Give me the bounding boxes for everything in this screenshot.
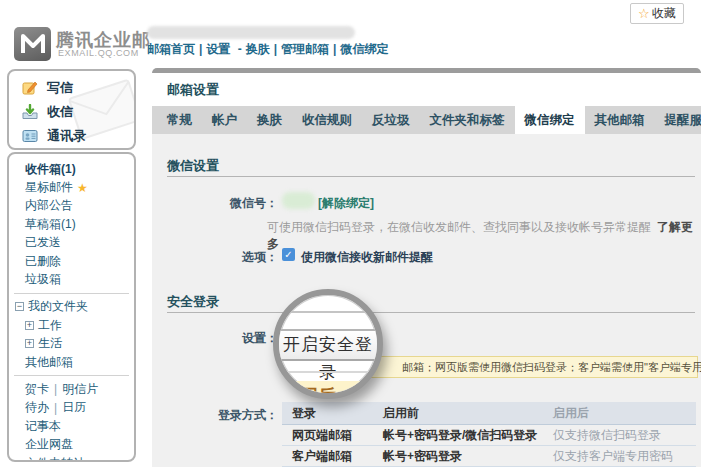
folder-starred[interactable]: 星标邮件★ xyxy=(9,178,134,196)
link-file-transfer-label: 文件中转站 xyxy=(25,455,85,462)
expand-icon[interactable]: + xyxy=(25,321,34,330)
enable-secure-login-button[interactable]: 开启安全登录 xyxy=(275,329,381,361)
tab-wechat-binding[interactable]: 微信绑定 xyxy=(515,106,585,134)
logo-m-glyph xyxy=(20,32,46,56)
cell-client-before: 帐号+密码登录 xyxy=(383,448,553,465)
expand-icon[interactable]: + xyxy=(25,339,34,348)
folder-work-label: 工作 xyxy=(38,317,62,334)
tab-folders-tags[interactable]: 文件夹和标签 xyxy=(420,106,515,134)
login-mode-label: 登录方式： xyxy=(168,407,278,424)
compose-icon xyxy=(22,80,38,96)
folder-junk-label: 垃圾箱 xyxy=(25,271,61,288)
collapse-icon[interactable]: − xyxy=(15,302,24,311)
link-netdisk[interactable]: 企业网盘 xyxy=(9,435,134,453)
cell-web-mailbox: 网页端邮箱 xyxy=(282,427,383,444)
magnifier-circle: 开启安全登录 启用后，原密 xyxy=(273,289,383,399)
magnified-divider-line xyxy=(279,311,377,313)
options-label: 选项： xyxy=(168,249,278,266)
nav-separator: | xyxy=(199,42,202,56)
table-header-row: 登录 启用前 启用后 xyxy=(282,402,696,425)
panel-top-border xyxy=(152,68,701,73)
col-after-enable: 启用后 xyxy=(553,405,696,422)
sidebar-divider xyxy=(14,293,129,294)
folder-other-mailbox[interactable]: 其他邮箱 xyxy=(9,353,134,371)
security-notice-text: 邮箱；网页版需使用微信扫码登录；客户端需使用"客户端专用密码"登录 xyxy=(402,360,701,375)
exmail-logo-icon xyxy=(14,27,51,61)
email-address-redacted xyxy=(147,26,355,39)
cell-web-before: 帐号+密码登录/微信扫码登录 xyxy=(383,427,553,444)
nav-skin[interactable]: 换肤 xyxy=(246,42,270,56)
tab-mail-rules[interactable]: 收信规则 xyxy=(292,106,362,134)
contacts-button[interactable]: 通讯录 xyxy=(9,124,134,148)
link-greeting-card[interactable]: 贺卡 xyxy=(25,381,49,398)
cell-client-mailbox: 客户端邮箱 xyxy=(282,448,383,465)
unbind-link[interactable]: [解除绑定] xyxy=(318,195,374,212)
logo-subtitle: EXMAIL.QQ.COM xyxy=(58,48,139,58)
folder-announcements-label: 内部公告 xyxy=(25,197,73,214)
folder-starred-label: 星标邮件 xyxy=(25,179,73,196)
tab-skin[interactable]: 换肤 xyxy=(247,106,292,134)
folder-life[interactable]: + 生活 xyxy=(9,335,134,353)
header-nav: 邮箱首页|设置 -换肤|管理邮箱|微信绑定 xyxy=(147,41,388,58)
folder-deleted[interactable]: 已删除 xyxy=(9,252,134,270)
link-netdisk-label: 企业网盘 xyxy=(25,436,73,453)
pipe-separator: | xyxy=(54,382,57,396)
tab-account[interactable]: 帐户 xyxy=(202,106,247,134)
link-calendar[interactable]: 日历 xyxy=(62,399,86,416)
col-before-enable: 启用前 xyxy=(383,405,553,422)
tab-antispam[interactable]: 反垃圾 xyxy=(362,106,420,134)
new-mail-reminder-checkbox[interactable]: ✓ xyxy=(282,248,295,261)
star-outline-icon: ☆ xyxy=(638,6,650,21)
sidebar-folders-box: 收件箱(1) 星标邮件★ 内部公告 草稿箱(1) 已发送 已删除 垃圾箱 − 我… xyxy=(7,152,136,462)
sidebar-actions-box: 写信 收信 通讯录 xyxy=(7,69,136,150)
contacts-label: 通讯录 xyxy=(47,127,86,145)
table-row: 网页端邮箱 帐号+密码登录/微信扫码登录 仅支持微信扫码登录 xyxy=(282,425,696,446)
folder-my-folders[interactable]: − 我的文件夹 xyxy=(9,298,134,316)
receive-mail-icon xyxy=(22,104,38,120)
cell-web-after: 仅支持微信扫码登录 xyxy=(553,427,696,444)
link-postcard[interactable]: 明信片 xyxy=(62,381,98,398)
nav-manage-mailbox[interactable]: 管理邮箱 xyxy=(281,42,329,56)
folder-sent-label: 已发送 xyxy=(25,234,61,251)
login-mode-table: 登录 启用前 启用后 网页端邮箱 帐号+密码登录/微信扫码登录 仅支持微信扫码登… xyxy=(282,402,696,467)
folder-inbox[interactable]: 收件箱(1) xyxy=(9,160,134,178)
page-title: 邮箱设置 xyxy=(167,81,219,99)
folder-sent[interactable]: 已发送 xyxy=(9,234,134,252)
folder-junk[interactable]: 垃圾箱 xyxy=(9,270,134,288)
link-file-transfer[interactable]: 文件中转站 xyxy=(9,454,134,462)
folder-work[interactable]: + 工作 xyxy=(9,316,134,334)
wechat-section-title: 微信设置 xyxy=(167,157,219,175)
wechat-id-redacted xyxy=(282,192,315,209)
magnified-divider-line xyxy=(279,371,377,373)
folder-my-folders-label: 我的文件夹 xyxy=(28,298,88,315)
tab-other-mailbox[interactable]: 其他邮箱 xyxy=(585,106,655,134)
tab-general[interactable]: 常规 xyxy=(157,106,202,134)
wechat-description: 可使用微信扫码登录，在微信收发邮件、查找同事以及接收帐号异常提醒了解更多 xyxy=(267,219,701,253)
folder-announcements[interactable]: 内部公告 xyxy=(9,197,134,215)
receive-mail-button[interactable]: 收信 xyxy=(9,100,134,124)
folder-drafts-label: 草稿箱(1) xyxy=(25,216,76,233)
folder-deleted-label: 已删除 xyxy=(25,253,61,270)
link-notebook[interactable]: 记事本 xyxy=(9,417,134,435)
link-notebook-label: 记事本 xyxy=(25,418,61,435)
link-todo[interactable]: 待办 xyxy=(25,399,49,416)
contacts-icon xyxy=(22,128,38,144)
compose-button[interactable]: 写信 xyxy=(9,76,134,100)
folder-drafts[interactable]: 草稿箱(1) xyxy=(9,215,134,233)
favorite-button[interactable]: ☆ 收藏 xyxy=(630,3,684,24)
nav-settings[interactable]: 设置 xyxy=(206,42,230,56)
nav-separator: | xyxy=(274,42,277,56)
star-icon: ★ xyxy=(77,181,88,195)
nav-wechat-binding[interactable]: 微信绑定 xyxy=(340,42,388,56)
sidebar-divider xyxy=(14,375,129,376)
nav-dash: - xyxy=(238,42,242,56)
compose-label: 写信 xyxy=(47,79,73,97)
folder-life-label: 生活 xyxy=(38,335,62,352)
settings-content: 微信设置 微信号： [解除绑定] 可使用微信扫码登录，在微信收发邮件、查找同事以… xyxy=(152,134,701,467)
tab-reminder-service[interactable]: 提醒服务 xyxy=(655,106,701,134)
folder-other-mailbox-label: 其他邮箱 xyxy=(25,354,73,371)
nav-mail-home[interactable]: 邮箱首页 xyxy=(147,42,195,56)
cell-client-after: 仅支持客户端专用密码 xyxy=(553,448,696,465)
nav-separator: | xyxy=(333,42,336,56)
receive-mail-label: 收信 xyxy=(47,103,73,121)
